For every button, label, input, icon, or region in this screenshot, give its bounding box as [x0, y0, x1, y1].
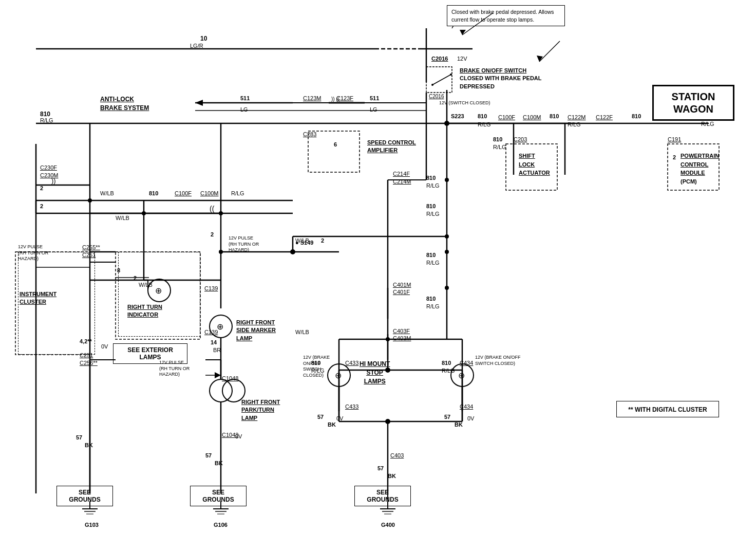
instrument-cluster-label: INSTRUMENT CLUSTER — [20, 290, 61, 306]
0v-c434: 0V — [467, 415, 474, 421]
svg-text:⊕: ⊕ — [458, 371, 465, 380]
bk-c433: BK — [328, 421, 336, 428]
810-vert-1: 810 — [426, 203, 436, 209]
pin6: 6 — [334, 141, 337, 148]
57-park: 57 — [205, 452, 212, 458]
12v-switch: 12V (SWITCH CLOSED) — [439, 100, 490, 105]
pin2-pcm: 2 — [673, 154, 676, 160]
s223-label: S223 — [451, 113, 464, 119]
wlb-1: W/LB — [100, 190, 114, 196]
svg-rect-4 — [426, 67, 452, 93]
rlg-wlb: R/LG — [231, 190, 244, 196]
rlg-left: R/LG — [40, 117, 53, 123]
svg-point-103 — [219, 211, 223, 215]
wire-10: 10 — [200, 35, 207, 42]
rlg-right-top: R/LG — [701, 121, 714, 127]
digital-cluster-box: ** WITH DIGITAL CLUSTER — [616, 401, 719, 417]
57-c403: 57 — [377, 465, 384, 471]
57-c433: 57 — [317, 414, 324, 420]
c434-1-label: C434 — [460, 360, 473, 366]
lg-left: LG — [240, 106, 248, 113]
num-2-left: 2 — [40, 185, 43, 191]
c100m-top: C100M — [523, 114, 541, 120]
g400-label: G400 — [381, 522, 395, 528]
rlg-mid: R/LG — [426, 182, 440, 189]
see-grounds-3: SEEGROUNDS — [354, 486, 411, 506]
rlg-vert-3: R/LG — [426, 303, 440, 309]
svg-point-101 — [219, 250, 223, 254]
pin42: 4,2** — [80, 338, 92, 344]
rlg-c122: R/LG — [568, 121, 581, 127]
svg-marker-79 — [195, 100, 203, 106]
rlg-s223: R/LG — [478, 121, 491, 127]
0v-park: 0V — [235, 433, 242, 439]
810-c203: 810 — [493, 136, 502, 142]
see-grounds-1: SEEGROUNDS — [56, 486, 113, 506]
digital-cluster-label: ** WITH DIGITAL CLUSTER — [628, 406, 707, 413]
c139-2: C139 — [204, 329, 218, 335]
0v-c433: 0V — [336, 415, 343, 421]
c214f-label: C214F — [393, 171, 410, 177]
park-turn-label: RIGHT FRONT PARK/TURN LAMP — [241, 398, 280, 422]
br-label: BR — [213, 347, 221, 353]
pulse-1: 12V PULSE(RH TURN ORHAZARD) — [18, 244, 48, 262]
svg-text:((: (( — [210, 205, 215, 213]
511-left: 511 — [240, 95, 250, 101]
hi-mount-label: HI MOUNT STOP LAMPS — [360, 360, 390, 385]
wiring-diagram: ⊕ ⊕ — [0, 0, 756, 551]
c2016-bottom: C2016 — [429, 94, 444, 99]
num-2-545: 2 — [134, 275, 137, 281]
511-right: 511 — [370, 95, 379, 101]
c191-label: C191 — [668, 136, 681, 142]
bk-c434: BK — [455, 421, 463, 428]
side-marker-label: RIGHT FRONT SIDE MARKER LAMP — [236, 319, 276, 342]
c283: C283 — [303, 131, 316, 137]
num-2-3: 2 — [321, 237, 324, 244]
810-right-top: 810 — [632, 113, 641, 119]
see-grounds-2: SEEGROUNDS — [190, 486, 247, 506]
c100f-top: C100F — [498, 114, 515, 120]
c434-2-label: C434 — [460, 403, 473, 410]
c433-2-label: C433 — [345, 403, 358, 410]
57-c434: 57 — [444, 414, 450, 420]
station-wagon-box: STATION WAGON — [652, 85, 734, 121]
c256-label: C256** — [80, 360, 98, 366]
bk-main-left: BK — [85, 442, 93, 448]
c401f-label: C401F — [393, 289, 410, 295]
810-vert-3: 810 — [426, 296, 436, 302]
c122f: C122F — [596, 114, 613, 120]
rlg-c434-right: R/LG — [442, 368, 455, 374]
c230f-label: C230F — [40, 164, 57, 171]
810-left: 810 — [40, 111, 50, 118]
rlg-vert-2: R/LG — [426, 260, 440, 266]
c203-label: C203 — [514, 136, 527, 142]
c122m: C122M — [568, 114, 585, 120]
svg-point-98 — [445, 234, 449, 238]
shift-lock-label: SHIFT LOCK ACTUATOR — [519, 152, 550, 177]
svg-rect-77 — [308, 131, 360, 172]
num-2-2: 2 — [211, 231, 214, 237]
brake-note-box: Closed with brake pedal depressed. Allow… — [447, 5, 565, 26]
right-turn-box — [118, 252, 200, 337]
c433-1-label: C433 — [345, 360, 358, 366]
wire-lgr: LG/R — [190, 43, 203, 49]
anti-lock-label: ANTI-LOCKBRAKE SYSTEM — [100, 95, 149, 113]
810-c434-right: 810 — [442, 360, 451, 366]
wlb-below: W/LB — [116, 215, 129, 221]
right-turn-label: RIGHT TURNINDICATOR — [127, 303, 162, 319]
57-main-left: 57 — [76, 434, 82, 440]
svg-point-96 — [445, 286, 449, 290]
810-vert-2: 810 — [426, 252, 436, 258]
c214m-label: C214M — [393, 178, 411, 185]
c251-2-label: C251 — [80, 352, 93, 358]
810-s223-left: 810 — [478, 113, 487, 119]
svg-line-5 — [432, 75, 451, 85]
wlb-3: W/LB — [295, 329, 309, 335]
c123f: C123F — [336, 95, 353, 101]
12v-label: 12V — [457, 56, 467, 62]
g103-label: G103 — [85, 522, 99, 528]
brake-switch-label: BRAKE ON/OFF SWITCH CLOSED WITH BRAKE PE… — [460, 67, 542, 90]
pulse-2: 12V PULSE(RH TURN ORHAZARD) — [229, 235, 259, 253]
0v-exterior: 0V — [101, 343, 108, 350]
c403m-label: C403M — [393, 335, 411, 341]
